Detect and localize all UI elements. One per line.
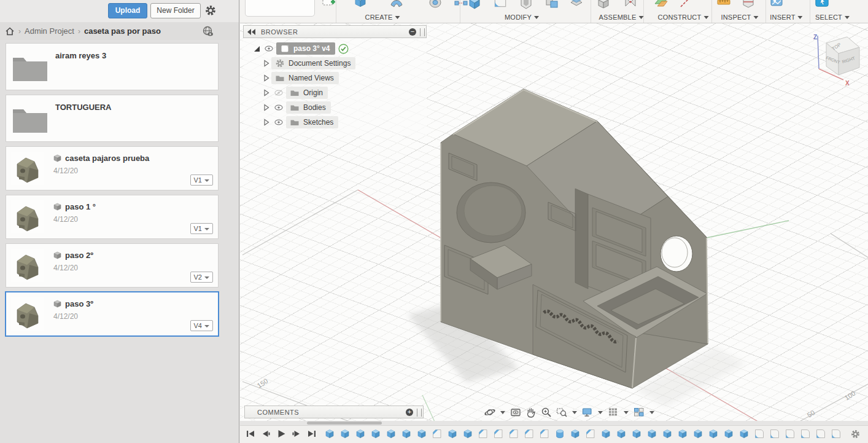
chevron-down-icon[interactable] [500,411,505,414]
combine-icon[interactable] [544,0,559,10]
section-analysis-icon[interactable] [741,0,756,10]
extrude-feature[interactable] [662,428,673,439]
browser-tree-row[interactable]: Bodies [243,100,427,115]
extrude-feature[interactable] [339,428,351,439]
toolbar-group-construct[interactable]: CONSTRUCT [658,14,709,21]
extrude-feature[interactable] [570,428,581,439]
add-comment-icon[interactable]: + [406,409,413,416]
construct-axis-icon[interactable] [678,0,693,10]
project-item-file[interactable]: paso 3º4/12/20V4 [6,292,219,336]
project-item-file[interactable]: caseta pajaros prueba4/12/20V1 [6,146,219,190]
extrude-feature[interactable] [447,428,458,439]
pattern-icon[interactable] [454,0,468,10]
expand-triangle-icon[interactable] [262,103,271,112]
new-component-icon[interactable] [596,0,611,10]
version-dropdown[interactable]: V1 [190,223,213,234]
fillet-feature[interactable] [831,428,842,439]
browser-item[interactable]: Sketches [286,116,338,128]
fillet-feature[interactable] [815,428,826,439]
extrude-feature[interactable] [738,428,750,439]
browser-panel-header[interactable]: BROWSER − [243,25,427,38]
measure-icon[interactable] [716,0,731,10]
toolbar-group-insert[interactable]: INSERT [770,14,802,21]
offset-face-icon[interactable] [569,0,584,10]
extrude-feature[interactable] [370,428,381,439]
chevron-down-icon[interactable] [572,411,577,414]
project-item-folder[interactable]: TORTUGUERA [6,95,219,142]
fillet-feature[interactable] [754,428,765,439]
toolbar-group-modify[interactable]: MODIFY [505,14,539,21]
chamfer-feature[interactable] [524,428,535,439]
minimize-panel-icon[interactable]: − [409,28,416,36]
expand-triangle-icon[interactable] [262,117,271,127]
shell-icon[interactable] [519,0,533,10]
project-item-folder[interactable]: airam reyes 3 [6,43,219,90]
joint-icon[interactable] [623,0,638,10]
eye-icon[interactable] [264,44,274,53]
extrude-feature[interactable] [416,428,427,439]
step-back-button[interactable] [260,428,271,439]
extrude-feature[interactable] [646,428,657,439]
extrude-feature[interactable] [708,428,719,439]
browser-root-item[interactable]: paso 3° v4 [276,42,335,55]
version-dropdown[interactable]: V2 [190,272,213,283]
chamfer-feature[interactable] [585,428,596,439]
revolve-icon[interactable] [428,0,443,10]
extrude-feature[interactable] [723,428,734,439]
press-pull-icon[interactable] [467,0,482,10]
project-item-file[interactable]: paso 2º4/12/20V2 [6,243,219,288]
chevron-down-icon[interactable] [624,411,629,414]
eye-icon[interactable] [274,117,284,127]
browser-item[interactable]: Named Views [271,72,339,84]
display-settings-icon[interactable] [581,406,594,418]
toolbar-group-inspect[interactable]: INSPECT [721,14,758,21]
chamfer-feature[interactable] [478,428,489,439]
extrude-feature[interactable] [386,428,397,439]
expand-triangle-icon[interactable] [262,58,271,68]
viewports-icon[interactable] [633,406,645,418]
extrude-feature[interactable] [631,428,642,439]
skip-to-start-button[interactable] [245,428,256,439]
cylinder-feature[interactable] [554,428,565,439]
extrude-feature[interactable] [324,428,335,439]
timeline-scrollbar-thumb[interactable] [307,421,382,425]
browser-item[interactable]: Bodies [286,101,331,114]
orbit-icon[interactable] [484,406,496,418]
timeline-gear-icon[interactable] [850,429,861,439]
extrude-feature[interactable] [355,428,366,439]
fillet-icon[interactable] [493,0,508,10]
breadcrumb-current-folder[interactable]: caseta pas por paso [84,26,161,36]
breadcrumb-project[interactable]: Admin Project [25,26,74,36]
browser-root-row[interactable]: paso 3° v4 [243,41,427,56]
browser-tree-row[interactable]: Named Views [243,71,427,85]
toolbar-group-create[interactable]: CREATE [365,14,400,21]
fillet-feature[interactable] [800,428,811,439]
fillet-feature[interactable] [769,428,780,439]
sweep-icon[interactable] [389,0,404,10]
eye-off-icon[interactable] [274,88,284,98]
extrude-feature[interactable] [616,428,627,439]
browser-item[interactable]: Document Settings [271,57,355,69]
create-sketch-icon[interactable] [322,0,336,10]
chamfer-feature[interactable] [432,428,443,439]
comments-panel-header[interactable]: COMMENTS + [244,406,424,418]
panel-grip-handle[interactable] [420,28,425,36]
chamfer-feature[interactable] [493,428,504,439]
expand-triangle-icon[interactable] [262,73,271,83]
extrude-feature[interactable] [692,428,703,439]
new-folder-button[interactable]: New Folder [150,3,201,18]
browser-item[interactable]: Origin [286,87,328,99]
panel-grip-handle[interactable] [417,409,422,417]
timeline-scrollbar[interactable] [240,421,868,425]
share-globe-icon[interactable] [202,25,214,37]
extrude-feature[interactable] [600,428,611,439]
eye-icon[interactable] [274,103,284,112]
version-dropdown[interactable]: V4 [190,320,213,331]
select-icon[interactable] [815,0,829,10]
construct-plane-icon[interactable] [654,0,668,10]
extrude-feature[interactable] [677,428,688,439]
window-zoom-icon[interactable] [556,406,568,418]
upload-button[interactable]: Upload [108,3,147,18]
step-forward-button[interactable] [291,428,302,439]
project-item-file[interactable]: paso 1 °4/12/20V1 [6,195,219,239]
